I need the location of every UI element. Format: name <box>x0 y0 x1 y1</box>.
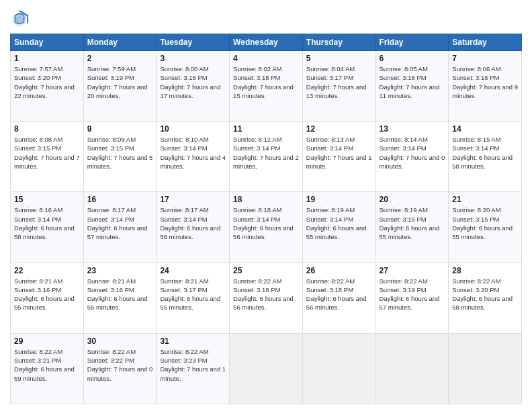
calendar-cell <box>449 333 522 404</box>
calendar-cell: 10Sunrise: 8:10 AMSunset: 3:14 PMDayligh… <box>157 122 230 192</box>
calendar-week-row: 22Sunrise: 8:21 AMSunset: 3:16 PMDayligh… <box>11 263 522 333</box>
logo-icon <box>10 9 29 28</box>
day-number: 30 <box>87 336 153 346</box>
day-info: Sunrise: 7:57 AMSunset: 3:20 PMDaylight:… <box>14 65 75 99</box>
day-number: 25 <box>233 266 299 275</box>
day-info: Sunrise: 8:00 AMSunset: 3:18 PMDaylight:… <box>160 65 220 99</box>
calendar-cell: 9Sunrise: 8:09 AMSunset: 3:15 PMDaylight… <box>83 122 157 192</box>
day-info: Sunrise: 8:21 AMSunset: 3:17 PMDaylight:… <box>160 277 220 312</box>
day-number: 10 <box>160 124 226 134</box>
calendar-cell: 3Sunrise: 8:00 AMSunset: 3:18 PMDaylight… <box>157 51 230 122</box>
day-number: 27 <box>380 266 445 275</box>
calendar-cell: 22Sunrise: 8:21 AMSunset: 3:16 PMDayligh… <box>11 263 84 333</box>
calendar-cell: 1Sunrise: 7:57 AMSunset: 3:20 PMDaylight… <box>11 51 84 122</box>
day-info: Sunrise: 8:21 AMSunset: 3:16 PMDaylight:… <box>14 277 75 312</box>
calendar-cell: 23Sunrise: 8:21 AMSunset: 3:16 PMDayligh… <box>83 263 157 333</box>
day-number: 8 <box>14 124 80 134</box>
calendar-cell: 18Sunrise: 8:18 AMSunset: 3:14 PMDayligh… <box>230 192 303 263</box>
day-info: Sunrise: 8:16 AMSunset: 3:14 PMDaylight:… <box>14 206 75 240</box>
day-info: Sunrise: 8:22 AMSunset: 3:20 PMDaylight:… <box>452 277 513 312</box>
day-info: Sunrise: 8:21 AMSunset: 3:16 PMDaylight:… <box>87 277 148 312</box>
calendar-week-row: 15Sunrise: 8:16 AMSunset: 3:14 PMDayligh… <box>11 192 522 263</box>
day-number: 3 <box>160 54 226 63</box>
day-info: Sunrise: 8:22 AMSunset: 3:19 PMDaylight:… <box>380 277 440 312</box>
day-info: Sunrise: 8:17 AMSunset: 3:14 PMDaylight:… <box>160 206 220 240</box>
calendar-cell: 11Sunrise: 8:12 AMSunset: 3:14 PMDayligh… <box>230 122 303 192</box>
calendar-cell: 24Sunrise: 8:21 AMSunset: 3:17 PMDayligh… <box>157 263 230 333</box>
calendar-cell: 27Sunrise: 8:22 AMSunset: 3:19 PMDayligh… <box>375 263 449 333</box>
day-number: 7 <box>452 54 518 63</box>
day-number: 11 <box>233 124 299 134</box>
day-number: 1 <box>14 54 80 63</box>
day-info: Sunrise: 8:02 AMSunset: 3:18 PMDaylight:… <box>233 65 294 99</box>
day-number: 6 <box>380 54 445 63</box>
calendar-cell: 12Sunrise: 8:13 AMSunset: 3:14 PMDayligh… <box>302 122 375 192</box>
day-number: 13 <box>380 124 445 134</box>
calendar-cell: 31Sunrise: 8:22 AMSunset: 3:23 PMDayligh… <box>157 333 230 404</box>
day-number: 22 <box>14 266 80 275</box>
day-number: 14 <box>452 124 518 134</box>
calendar-cell: 16Sunrise: 8:17 AMSunset: 3:14 PMDayligh… <box>83 192 157 263</box>
day-number: 20 <box>380 195 445 204</box>
calendar-week-row: 29Sunrise: 8:22 AMSunset: 3:21 PMDayligh… <box>11 333 522 404</box>
weekday-header-thursday: Thursday <box>302 34 375 51</box>
day-info: Sunrise: 8:22 AMSunset: 3:18 PMDaylight:… <box>306 277 367 312</box>
calendar-cell: 8Sunrise: 8:08 AMSunset: 3:15 PMDaylight… <box>11 122 84 192</box>
calendar-cell: 28Sunrise: 8:22 AMSunset: 3:20 PMDayligh… <box>449 263 522 333</box>
day-info: Sunrise: 7:59 AMSunset: 3:19 PMDaylight:… <box>87 65 148 99</box>
day-number: 5 <box>306 54 372 63</box>
day-info: Sunrise: 8:14 AMSunset: 3:14 PMDaylight:… <box>380 136 445 170</box>
day-info: Sunrise: 8:05 AMSunset: 3:16 PMDaylight:… <box>380 65 440 99</box>
calendar-week-row: 8Sunrise: 8:08 AMSunset: 3:15 PMDaylight… <box>11 122 522 192</box>
calendar-cell: 13Sunrise: 8:14 AMSunset: 3:14 PMDayligh… <box>375 122 449 192</box>
calendar-cell: 25Sunrise: 8:22 AMSunset: 3:18 PMDayligh… <box>230 263 303 333</box>
day-number: 16 <box>87 195 153 204</box>
calendar-cell: 29Sunrise: 8:22 AMSunset: 3:21 PMDayligh… <box>11 333 84 404</box>
day-number: 21 <box>452 195 518 204</box>
weekday-header-monday: Monday <box>83 34 157 51</box>
day-number: 23 <box>87 266 153 275</box>
calendar-cell: 6Sunrise: 8:05 AMSunset: 3:16 PMDaylight… <box>375 51 449 122</box>
calendar-cell <box>302 333 375 404</box>
weekday-header-row: SundayMondayTuesdayWednesdayThursdayFrid… <box>11 34 522 51</box>
day-number: 2 <box>87 54 153 63</box>
day-info: Sunrise: 8:19 AMSunset: 3:14 PMDaylight:… <box>306 206 367 240</box>
calendar-cell: 17Sunrise: 8:17 AMSunset: 3:14 PMDayligh… <box>157 192 230 263</box>
day-number: 31 <box>160 336 226 346</box>
day-info: Sunrise: 8:13 AMSunset: 3:14 PMDaylight:… <box>306 136 372 170</box>
calendar-cell <box>375 333 449 404</box>
day-info: Sunrise: 8:22 AMSunset: 3:21 PMDaylight:… <box>14 348 75 382</box>
weekday-header-wednesday: Wednesday <box>230 34 303 51</box>
day-number: 18 <box>233 195 299 204</box>
weekday-header-sunday: Sunday <box>11 34 84 51</box>
calendar-cell: 26Sunrise: 8:22 AMSunset: 3:18 PMDayligh… <box>302 263 375 333</box>
day-info: Sunrise: 8:15 AMSunset: 3:14 PMDaylight:… <box>452 136 513 170</box>
logo <box>10 9 32 28</box>
day-number: 19 <box>306 195 372 204</box>
day-info: Sunrise: 8:17 AMSunset: 3:14 PMDaylight:… <box>87 206 148 240</box>
day-info: Sunrise: 8:08 AMSunset: 3:15 PMDaylight:… <box>14 136 80 170</box>
calendar-cell: 30Sunrise: 8:22 AMSunset: 3:22 PMDayligh… <box>83 333 157 404</box>
calendar-cell: 5Sunrise: 8:04 AMSunset: 3:17 PMDaylight… <box>302 51 375 122</box>
day-info: Sunrise: 8:09 AMSunset: 3:15 PMDaylight:… <box>87 136 153 170</box>
calendar-cell: 15Sunrise: 8:16 AMSunset: 3:14 PMDayligh… <box>11 192 84 263</box>
day-number: 4 <box>233 54 299 63</box>
day-info: Sunrise: 8:22 AMSunset: 3:22 PMDaylight:… <box>87 348 153 382</box>
day-info: Sunrise: 8:12 AMSunset: 3:14 PMDaylight:… <box>233 136 299 170</box>
day-info: Sunrise: 8:22 AMSunset: 3:23 PMDaylight:… <box>160 348 226 382</box>
calendar-cell <box>230 333 303 404</box>
day-info: Sunrise: 8:10 AMSunset: 3:14 PMDaylight:… <box>160 136 226 170</box>
day-number: 26 <box>306 266 372 275</box>
day-info: Sunrise: 8:18 AMSunset: 3:14 PMDaylight:… <box>233 206 294 240</box>
calendar-cell: 19Sunrise: 8:19 AMSunset: 3:14 PMDayligh… <box>302 192 375 263</box>
calendar-cell: 14Sunrise: 8:15 AMSunset: 3:14 PMDayligh… <box>449 122 522 192</box>
day-number: 12 <box>306 124 372 134</box>
day-number: 29 <box>14 336 80 346</box>
weekday-header-saturday: Saturday <box>449 34 522 51</box>
day-number: 15 <box>14 195 80 204</box>
calendar-table: SundayMondayTuesdayWednesdayThursdayFrid… <box>10 34 522 404</box>
day-info: Sunrise: 8:19 AMSunset: 3:15 PMDaylight:… <box>380 206 440 240</box>
day-info: Sunrise: 8:06 AMSunset: 3:16 PMDaylight:… <box>452 65 518 99</box>
day-number: 28 <box>452 266 518 275</box>
day-number: 17 <box>160 195 226 204</box>
